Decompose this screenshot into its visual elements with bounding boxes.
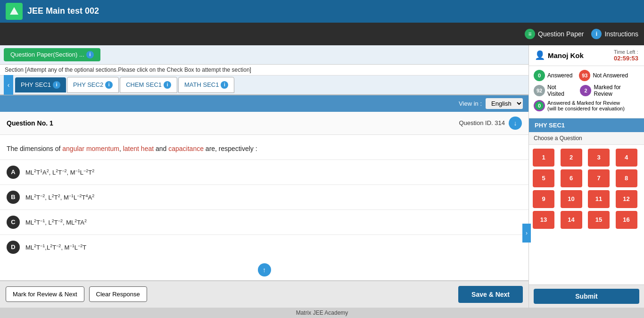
- math-sec1-info-icon[interactable]: i: [221, 81, 228, 89]
- highlight-capacitance: capacitance: [168, 145, 204, 152]
- user-name: Manoj Kok: [548, 51, 584, 59]
- user-name-block: 👤 Manoj Kok: [535, 50, 584, 60]
- answered-badge: 0: [534, 70, 545, 81]
- answered-marked-badge: 0: [534, 100, 545, 111]
- option-b-text: ML2T−2, L2T2, M−1L−2T4A2: [25, 193, 94, 201]
- panel-toggle-button[interactable]: ›: [522, 224, 531, 243]
- legend-row-1: 0 Answered 93 Not Answered: [534, 70, 639, 81]
- section-info-icon[interactable]: i: [86, 51, 94, 59]
- legend-not-answered: 93 Not Answered: [579, 70, 628, 81]
- instructions-icon: i: [591, 29, 602, 39]
- chem-sec1-info-icon[interactable]: i: [164, 81, 171, 89]
- scroll-up-area: ↑: [0, 259, 528, 280]
- option-c-row[interactable]: C ML2T−1, L2T−2, ML2TA2: [0, 209, 528, 234]
- top-bar: ≡ Question Paper i Instructions: [0, 23, 644, 45]
- app-header: JEE Main test 002: [0, 0, 644, 23]
- right-panel: 👤 Manoj Kok Time Left : 02:59:53 0 Answe…: [528, 45, 644, 308]
- timer-block: Time Left : 02:59:53: [614, 49, 638, 62]
- section-info-text: Section [Attempt any of the optional sec…: [0, 65, 528, 75]
- question-paper-icon: ≡: [525, 29, 535, 39]
- legend-answered: 0 Answered: [534, 70, 572, 81]
- option-b-circle: B: [7, 191, 20, 204]
- q-btn-15[interactable]: 15: [588, 211, 610, 229]
- legend-marked-review: 2 Marked for Review: [580, 84, 639, 97]
- q-btn-13[interactable]: 13: [533, 211, 554, 229]
- choose-question-label: Choose a Question: [529, 132, 644, 145]
- user-info: 👤 Manoj Kok Time Left : 02:59:53: [529, 45, 644, 66]
- marked-review-badge: 2: [580, 85, 591, 96]
- phy-sec1-info-icon[interactable]: i: [53, 81, 60, 89]
- legend-answered-marked: 0 Answered & Marked for Review(will be c…: [534, 100, 625, 111]
- option-d-text: ML2T−1,L2T−2, M−1L−2T: [25, 243, 86, 251]
- highlight-angular: angular momentum: [62, 145, 119, 152]
- question-grid: 1 2 3 4 5 6 7 8 9 10 11 12 13 14 15 16: [529, 145, 644, 285]
- q-btn-6[interactable]: 6: [561, 169, 582, 187]
- phy-sec1-header: PHY SEC1: [529, 118, 644, 132]
- language-select[interactable]: English Hindi: [486, 98, 523, 109]
- tab-left-arrow[interactable]: ‹: [4, 75, 13, 95]
- section-selector-bar: Question Paper(Section) ... i: [0, 45, 528, 65]
- q-btn-9[interactable]: 9: [533, 190, 554, 208]
- q-btn-5[interactable]: 5: [533, 169, 554, 187]
- time-display: 02:59:53: [614, 55, 638, 62]
- option-a-text: ML2T1A2, L2T−2, M−1L−2T2: [25, 168, 94, 176]
- question-number: Question No. 1: [7, 119, 53, 127]
- q-btn-3[interactable]: 3: [588, 149, 610, 167]
- not-visited-badge: 92: [534, 85, 545, 96]
- user-avatar-icon: 👤: [535, 50, 545, 60]
- option-b-row[interactable]: B ML2T−2, L2T2, M−1L−2T4A2: [0, 184, 528, 209]
- q-btn-14[interactable]: 14: [561, 211, 582, 229]
- q-btn-8[interactable]: 8: [616, 169, 637, 187]
- question-text: The dimensions of angular momentum, late…: [0, 135, 528, 159]
- bottom-bar: Mark for Review & Next Clear Response Sa…: [0, 280, 528, 308]
- not-answered-badge: 93: [579, 70, 590, 81]
- submit-bar: Submit: [529, 285, 644, 308]
- submit-button[interactable]: Submit: [534, 289, 639, 304]
- save-next-button[interactable]: Save & Next: [458, 286, 523, 303]
- option-c-circle: C: [7, 216, 20, 229]
- legend-row-3: 0 Answered & Marked for Review(will be c…: [534, 100, 639, 111]
- highlight-latent: latent heat: [123, 145, 154, 152]
- question-id-text: Question ID. 314: [459, 119, 505, 126]
- question-id-block: Question ID. 314 ↓: [459, 117, 522, 130]
- legend: 0 Answered 93 Not Answered 92 Not Visite…: [529, 66, 644, 118]
- scroll-up-button[interactable]: ↑: [258, 263, 271, 276]
- tab-phy-sec2[interactable]: PHY SEC2 i: [67, 77, 119, 93]
- phy-sec2-info-icon[interactable]: i: [105, 81, 113, 89]
- tab-chem-sec1[interactable]: CHEM SEC1 i: [120, 77, 177, 93]
- option-d-circle: D: [7, 241, 20, 254]
- scroll-down-button[interactable]: ↓: [509, 117, 522, 130]
- tab-math-sec1[interactable]: MATH SEC1 i: [178, 77, 234, 93]
- question-area: Question No. 1 Question ID. 314 ↓ The di…: [0, 112, 528, 280]
- option-a-circle: A: [7, 166, 20, 179]
- clear-response-button[interactable]: Clear Response: [89, 286, 147, 302]
- q-btn-7[interactable]: 7: [588, 169, 610, 187]
- question-header: Question No. 1 Question ID. 314 ↓: [0, 112, 528, 135]
- app-title: JEE Main test 002: [27, 6, 99, 16]
- q-btn-12[interactable]: 12: [616, 190, 637, 208]
- section-tabs: ‹ PHY SEC1 i PHY SEC2 i CHEM SEC1 i MATH…: [0, 75, 528, 95]
- option-c-text: ML2T−1, L2T−2, ML2TA2: [25, 218, 87, 226]
- q-btn-1[interactable]: 1: [533, 149, 554, 167]
- view-in-bar: View in : English Hindi: [0, 95, 528, 112]
- q-btn-2[interactable]: 2: [561, 149, 582, 167]
- question-paper-button[interactable]: ≡ Question Paper: [525, 29, 584, 39]
- option-a-row[interactable]: A ML2T1A2, L2T−2, M−1L−2T2: [0, 159, 528, 184]
- q-btn-16[interactable]: 16: [616, 211, 637, 229]
- footer: Matrix JEE Academy: [0, 308, 644, 318]
- logo: [6, 3, 23, 20]
- tab-phy-sec1[interactable]: PHY SEC1 i: [15, 77, 66, 92]
- instructions-button[interactable]: i Instructions: [591, 29, 638, 39]
- q-btn-10[interactable]: 10: [561, 190, 582, 208]
- option-d-row[interactable]: D ML2T−1,L2T−2, M−1L−2T: [0, 234, 528, 259]
- legend-not-visited: 92 Not Visited: [534, 84, 573, 97]
- mark-review-button[interactable]: Mark for Review & Next: [6, 286, 84, 302]
- section-selector-button[interactable]: Question Paper(Section) ... i: [4, 48, 100, 61]
- q-btn-11[interactable]: 11: [588, 190, 610, 208]
- svg-marker-0: [10, 7, 18, 15]
- q-btn-4[interactable]: 4: [616, 149, 637, 167]
- legend-row-2: 92 Not Visited 2 Marked for Review: [534, 84, 639, 97]
